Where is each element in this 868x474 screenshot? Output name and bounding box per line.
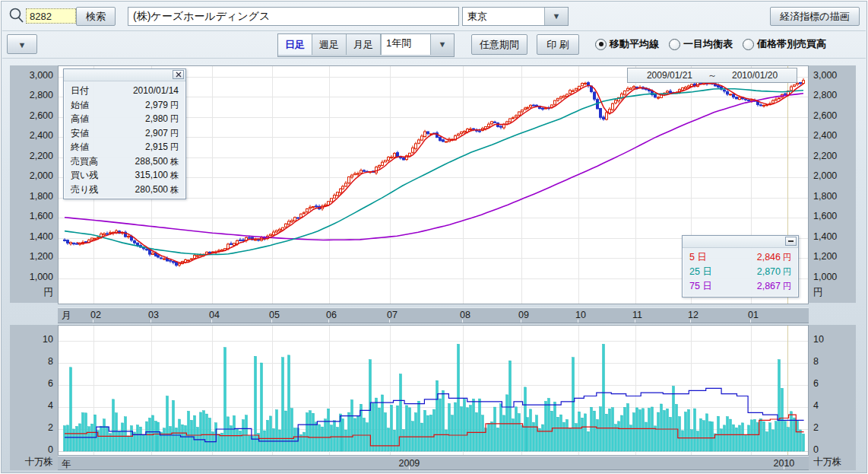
quote-info-box: 日付2010/01/14始値2,979円高値2,980円安値2,907円終値2,… [63, 68, 186, 199]
y-axis-label: 2,200 [30, 151, 53, 161]
data-row: 日付2010/01/14 [64, 84, 185, 98]
month-label: 03 [148, 310, 159, 320]
tab-monthly[interactable]: 月足 [347, 34, 381, 55]
month-label: 09 [518, 310, 529, 320]
info-box-titlebar[interactable] [64, 69, 185, 81]
month-label: 10 [575, 310, 586, 320]
legend-box-titlebar[interactable] [683, 236, 798, 248]
y-axis-label: 2,000 [30, 170, 53, 181]
data-row: 安値2,907円 [64, 126, 185, 141]
month-tick [690, 320, 691, 323]
y-axis-label: 1,400 [30, 231, 53, 242]
stock-chart-app: 検索 東京 ▼ 経済指標の描画 ▼ 日足 週足 月足 1年間 ▼ 任意期間 印 … [0, 0, 868, 474]
date-range-from: 2009/01/21 [647, 70, 692, 81]
row-value: 315,100株 [135, 168, 179, 183]
volume-chart-plot[interactable] [58, 325, 809, 456]
row-label: 終値 [71, 140, 89, 154]
radio-icon [595, 39, 607, 50]
data-row: 高値2,980円 [64, 112, 185, 126]
economic-indicator-button[interactable]: 経済指標の描画 [770, 7, 860, 26]
month-label: 11 [632, 310, 642, 320]
month-label: 12 [688, 310, 699, 320]
stock-code-input[interactable] [26, 8, 76, 24]
tab-weekly[interactable]: 週足 [312, 34, 347, 55]
y-axis-label: 10 [813, 334, 824, 345]
radio-icon [669, 39, 680, 50]
row-label: 安値 [71, 126, 89, 141]
row-value: 2,846円 [757, 250, 791, 265]
y-axis-label: 0 [813, 444, 819, 455]
price-chart-plot[interactable]: 2009/01/21～2010/01/20 日付2010/01/14始値2,97… [58, 65, 809, 304]
y-axis-label: 1,200 [813, 251, 837, 262]
y-axis-label: 6 [48, 378, 53, 389]
minimize-icon[interactable] [785, 237, 797, 246]
data-row: 25 日2,870円 [683, 265, 798, 279]
month-tick [150, 320, 151, 323]
month-label: 01 [748, 310, 759, 320]
close-icon[interactable] [173, 70, 184, 79]
month-tick [635, 320, 635, 323]
overlay-radio-option-2[interactable]: 価格帯別売買高 [743, 37, 826, 51]
y-axis-label: 8 [48, 356, 53, 367]
month-tick [271, 320, 272, 323]
tab-daily[interactable]: 日足 [278, 34, 312, 55]
overlay-radio-label: 移動平均線 [610, 37, 659, 51]
data-row: 買い残315,100株 [64, 168, 185, 183]
month-label: 02 [90, 310, 101, 320]
toolbar-primary: 検索 東京 ▼ 経済指標の描画 [2, 2, 866, 31]
y-axis-label: 10 [43, 334, 53, 345]
row-value: 2,867円 [757, 279, 791, 294]
y-axis-label: 2,600 [813, 110, 837, 121]
search-icon [8, 7, 26, 25]
search-button[interactable]: 検索 [76, 7, 116, 26]
toolbar-secondary: ▼ 日足 週足 月足 1年間 ▼ 任意期間 印 刷 移動平均線一目均衡表価格帯別… [2, 31, 866, 59]
row-unit: 円 [783, 282, 791, 291]
row-value: 2,915円 [145, 140, 179, 154]
y-axis-label: 2,800 [813, 90, 837, 100]
row-label: 高値 [71, 112, 89, 126]
range-select[interactable]: 1年間 ▼ [381, 34, 454, 55]
dropdown-arrow-glyph: ▼ [439, 40, 447, 49]
y-axis-label: 1,000 [30, 272, 53, 282]
month-label: 06 [326, 310, 337, 320]
date-range-separator: ～ [708, 69, 717, 82]
y-axis-unit: 円 [813, 286, 823, 299]
y-axis-label: 1,400 [813, 231, 837, 242]
y-axis-label: 3,000 [30, 70, 53, 81]
data-row: 75 日2,867円 [683, 279, 798, 294]
chart-menu-dropdown-button[interactable]: ▼ [7, 34, 37, 54]
dropdown-arrow-icon[interactable]: ▼ [430, 34, 454, 55]
dropdown-arrow-icon[interactable]: ▼ [544, 8, 568, 25]
y-axis-label: 2,000 [813, 170, 837, 181]
y-axis-label: 6 [813, 378, 819, 389]
overlay-radio-option-1[interactable]: 一目均衡表 [669, 37, 733, 51]
month-tick [328, 320, 329, 323]
company-name-input[interactable] [128, 7, 459, 26]
volume-axis-right: 1086420十万株 [809, 325, 856, 470]
row-label: 日付 [71, 84, 89, 98]
row-value: 2,979円 [145, 98, 179, 113]
dropdown-arrow-icon: ▼ [18, 40, 27, 49]
month-tick [93, 320, 93, 323]
print-button[interactable]: 印 刷 [537, 34, 579, 55]
y-axis-label: 2,800 [30, 90, 53, 100]
y-axis-label: 1,200 [30, 251, 53, 262]
exchange-selected-value: 東京 [463, 8, 544, 25]
data-row: 終値2,915円 [64, 140, 185, 154]
row-unit: 円 [170, 129, 179, 138]
custom-period-button[interactable]: 任意期間 [471, 34, 527, 55]
y-axis-label: 2,200 [813, 151, 837, 161]
row-unit: 円 [170, 142, 179, 151]
volume-chart-canvas[interactable] [59, 326, 808, 455]
y-axis-label: 0 [48, 444, 53, 455]
exchange-select[interactable]: 東京 ▼ [462, 7, 569, 26]
month-label: 04 [209, 310, 220, 320]
month-label: 08 [460, 310, 470, 320]
row-unit: 株 [170, 170, 179, 180]
period-tab-group: 日足 週足 月足 1年間 ▼ [277, 33, 455, 57]
overlay-radio-option-0[interactable]: 移動平均線 [595, 37, 659, 51]
y-axis-label: 2,400 [813, 130, 837, 141]
month-label: 05 [269, 310, 280, 320]
data-row: 始値2,979円 [64, 98, 185, 113]
overlay-radio-label: 一目均衡表 [683, 37, 733, 51]
